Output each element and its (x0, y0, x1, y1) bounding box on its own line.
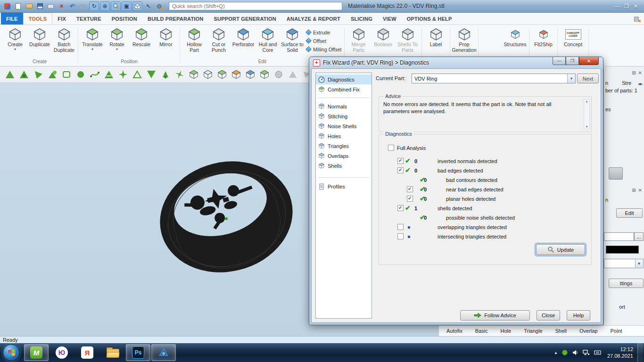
fix-tool-cube-1-icon[interactable] (188, 68, 200, 81)
panel-close-icon[interactable]: ✕ (638, 70, 642, 75)
tab-slicing[interactable]: SLICING (346, 13, 378, 25)
taskbar-explorer-button[interactable] (100, 344, 125, 361)
panel-expand-icon[interactable]: ◂▸ (638, 81, 643, 86)
sidebar-item-triangles[interactable]: Triangles (316, 141, 372, 151)
perforator-button[interactable]: Perforator (231, 26, 256, 48)
keyboard-language-icon[interactable] (594, 350, 601, 355)
show-desktop-button[interactable] (637, 343, 643, 362)
close-part-icon[interactable]: ✕ (57, 1, 66, 11)
settings-gear-icon[interactable]: ⚙ (154, 1, 164, 11)
tab-tools[interactable]: TOOLS (23, 13, 53, 25)
fix-tool-blob-icon[interactable] (74, 68, 87, 81)
dialog-minimize-button[interactable]: — (553, 57, 566, 65)
rotate-button[interactable]: Rotate ▾ (105, 26, 129, 51)
fix-tool-cube-4-icon[interactable] (258, 68, 271, 81)
scroll-down-icon[interactable]: ▼ (586, 125, 588, 128)
current-part-combobox[interactable]: VDV Ring ▼ (412, 74, 576, 83)
taskbar-clock[interactable]: 12:12 27.08.2021 (605, 346, 633, 360)
sidebar-item-noise-shells[interactable]: Noise Shells (316, 121, 372, 131)
fix-tool-disabled-triangle-icon[interactable] (287, 68, 299, 81)
fix-tool-triangle-icon[interactable] (4, 68, 16, 81)
close-button[interactable]: ✕ (634, 3, 638, 9)
tab-texture[interactable]: TEXTURE (71, 13, 107, 25)
color-swatch-black[interactable] (606, 246, 639, 254)
create-button[interactable]: Create ▾ (3, 26, 27, 51)
fix-tool-plane-icon[interactable] (32, 68, 44, 81)
concept-button[interactable]: CONCEPT LASER Concept (560, 26, 587, 48)
sidebar-item-diagnostics[interactable]: Diagnostics (316, 74, 372, 84)
fix-tool-marked-triangle-icon[interactable] (18, 68, 30, 81)
view-cube-icon[interactable] (132, 1, 142, 11)
redo-icon[interactable]: ↷ (78, 1, 88, 11)
fix-tool-curve-icon[interactable] (89, 68, 101, 81)
path-input[interactable]: ... (604, 232, 634, 241)
panel-close-icon[interactable]: ✕ (638, 188, 642, 193)
translate-button[interactable]: Translate ▾ (80, 26, 105, 51)
taskbar-photoshop-button[interactable]: Ps (126, 344, 150, 361)
tab-file[interactable]: FILE (1, 13, 23, 25)
tab-hole[interactable]: Hole (501, 328, 512, 334)
panel-pin-icon[interactable]: ⊞ (632, 188, 636, 193)
advice-scrollbar[interactable]: ▲ ▼ (584, 99, 590, 129)
quick-search-input[interactable] (169, 2, 342, 10)
tab-support-generation[interactable]: SUPPORT GENERATION (208, 13, 281, 25)
support-structure-icon[interactable] (609, 167, 623, 180)
fix-tool-sphere-icon[interactable] (272, 68, 285, 81)
label-button[interactable]: Label (424, 26, 448, 48)
zoom-view-icon[interactable] (111, 1, 121, 11)
full-analysis-checkbox[interactable] (388, 145, 394, 151)
fix-tool-split-triangle-icon[interactable] (103, 68, 115, 81)
row-checkbox[interactable] (397, 224, 404, 230)
sidebar-item-normals[interactable]: Normals (316, 101, 372, 111)
undo-icon[interactable]: ↶ (67, 1, 77, 11)
minimize-button[interactable]: — (614, 3, 619, 9)
boolean-button[interactable]: Boolean (371, 26, 396, 48)
dialog-maximize-button[interactable]: ❐ (566, 57, 579, 65)
rotate-view-icon[interactable]: ↻ (89, 1, 99, 11)
update-button[interactable]: Update (536, 244, 585, 255)
tab-position[interactable]: POSITION (107, 13, 142, 25)
duplicate-button[interactable]: Duplicate (27, 26, 52, 48)
sidebar-item-combined-fix[interactable]: Combined Fix (316, 84, 372, 94)
fix-tool-cube-3-icon[interactable] (216, 68, 228, 81)
row-checkbox[interactable] (397, 233, 404, 239)
volume-icon[interactable] (572, 349, 578, 356)
row-checkbox[interactable] (397, 205, 404, 211)
row-checkbox[interactable] (397, 167, 404, 173)
structures-button[interactable]: Structures (503, 26, 528, 48)
scroll-up-icon[interactable]: ▲ (586, 100, 588, 103)
dialog-close-icon[interactable]: ✕ (579, 57, 599, 65)
fit2ship-button[interactable]: Fit2Ship (531, 26, 556, 48)
milling-offset-button[interactable]: Milling Offset (306, 46, 342, 53)
save-icon[interactable] (35, 1, 45, 11)
tab-overlap[interactable]: Overlap (579, 328, 598, 334)
next-button[interactable]: Next (577, 74, 599, 83)
fix-tool-cube-2-icon[interactable] (202, 68, 214, 81)
sidebar-item-overlaps[interactable]: Overlaps (316, 151, 372, 161)
tab-build-preparation[interactable]: BUILD PREPARATION (142, 13, 209, 25)
tab-view[interactable]: VIEW (378, 13, 402, 25)
fit-view-icon[interactable]: ▣ (122, 1, 132, 11)
pointer-tool-icon[interactable]: ↖ (143, 1, 153, 11)
rescale-button[interactable]: Rescale (129, 26, 154, 48)
ribbon-display-options-icon[interactable]: ▤ (634, 15, 639, 22)
open-file-icon[interactable] (24, 1, 34, 11)
taskbar-viewer-button[interactable] (151, 344, 176, 361)
fix-tool-cube-blue-icon[interactable] (244, 68, 256, 81)
hull-and-core-button[interactable]: Hull and Core (256, 26, 280, 53)
taskbar-magics-button[interactable]: M (24, 344, 49, 361)
panel-pin-icon[interactable]: ⊞ (632, 70, 636, 75)
start-button[interactable] (3, 344, 20, 361)
tab-point[interactable]: Point (611, 328, 622, 334)
help-button[interactable]: Help (567, 310, 590, 321)
sidebar-item-shells[interactable]: Shells (316, 161, 372, 171)
extrude-button[interactable]: Extrude (306, 29, 342, 36)
chevron-down-icon[interactable]: ▼ (567, 74, 575, 83)
fix-tool-snowflake-icon[interactable] (173, 68, 186, 81)
row-checkbox[interactable] (407, 186, 413, 192)
shells-to-parts-button[interactable]: Shells To Parts (396, 26, 420, 53)
prop-generation-button[interactable]: Prop Generation (452, 26, 477, 53)
offset-button[interactable]: Offset (306, 37, 342, 44)
tab-triangle[interactable]: Triangle (524, 328, 542, 334)
fix-tool-cube-orange-icon[interactable] (230, 68, 242, 81)
